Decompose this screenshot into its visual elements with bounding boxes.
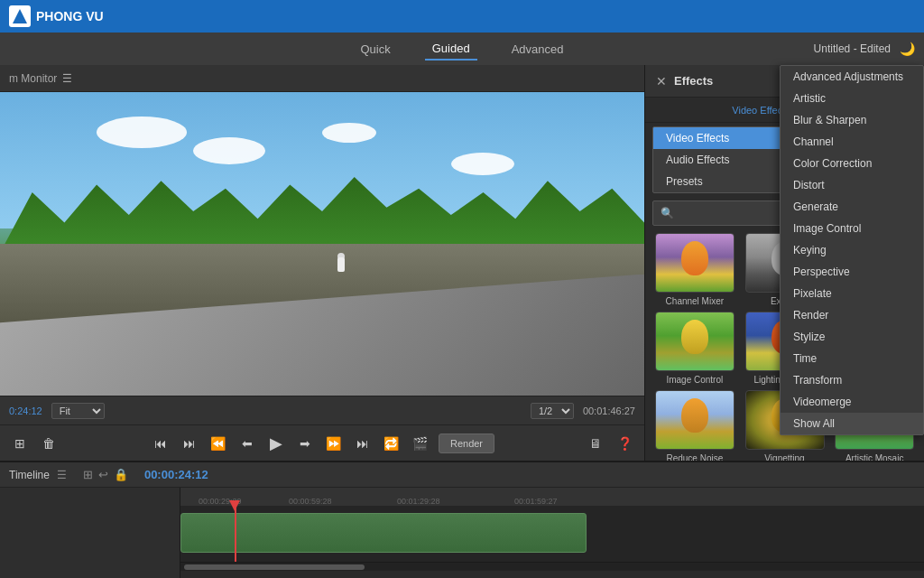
- ruler-tick: 00:01:59:27: [514, 497, 558, 506]
- menu-distort[interactable]: Distort: [781, 174, 923, 196]
- tab-advanced[interactable]: Advanced: [504, 39, 571, 60]
- timeline-header: Timeline ☰ ⊞ ↩ 🔒 00:00:24:12: [0, 462, 924, 488]
- timeline-clip[interactable]: [180, 513, 587, 553]
- effect-label: Image Control: [666, 375, 723, 385]
- timeline-tool-1[interactable]: ⊞: [83, 468, 93, 481]
- effect-channel-mixer[interactable]: Channel Mixer: [652, 233, 737, 306]
- menu-image-control[interactable]: Image Control: [781, 218, 923, 239]
- tab-quick[interactable]: Quick: [354, 39, 398, 60]
- timeline-area: Timeline ☰ ⊞ ↩ 🔒 00:00:24:12 00:00:29:29…: [0, 461, 924, 578]
- render-button[interactable]: Render: [439, 434, 494, 453]
- add-marker-button[interactable]: ⊞: [9, 433, 31, 454]
- timeline-scrollbar[interactable]: [180, 562, 924, 571]
- menu-generate[interactable]: Generate: [781, 196, 923, 218]
- menu-artistic[interactable]: Artistic: [781, 88, 923, 109]
- menu-render[interactable]: Render: [781, 304, 923, 326]
- current-time: 0:24:12: [9, 406, 42, 416]
- effects-title: Effects: [674, 74, 713, 88]
- effect-label: Channel Mixer: [666, 296, 724, 306]
- tab-guided[interactable]: Guided: [425, 38, 477, 61]
- effect-label: Artistic Mosaic: [845, 453, 903, 461]
- app-name: PHONG VU: [36, 9, 104, 23]
- effect-reduce-noise[interactable]: Reduce Noise: [652, 390, 737, 461]
- menu-transform[interactable]: Transform: [781, 369, 923, 391]
- ruler-tick: 00:00:59:28: [289, 497, 332, 506]
- effect-label: Reduce Noise: [666, 453, 723, 461]
- cloud: [97, 117, 187, 148]
- menu-advanced-adjustments[interactable]: Advanced Adjustments: [781, 66, 923, 88]
- go-to-end-button[interactable]: ⏭: [352, 433, 374, 454]
- menu-blur-sharpen[interactable]: Blur & Sharpen: [781, 109, 923, 131]
- timeline-tools: ⊞ ↩ 🔒: [83, 468, 128, 481]
- delete-button[interactable]: 🗑: [38, 433, 60, 454]
- effects-close-button[interactable]: ✕: [656, 74, 667, 89]
- timeline-ruler: 00:00:29:29 00:00:59:28 00:01:29:28 00:0…: [180, 488, 924, 506]
- menu-videomerge[interactable]: Videomerge: [781, 391, 923, 413]
- balloon: [681, 320, 708, 354]
- context-menu: Advanced Adjustments Artistic Blur & Sha…: [780, 65, 924, 435]
- skater-figure: [335, 253, 348, 280]
- balloon: [681, 398, 708, 433]
- monitor-header: m Monitor ☰: [0, 65, 644, 92]
- top-bar: PHONG VU: [0, 0, 924, 33]
- video-frame: [0, 92, 644, 396]
- monitor-menu-icon[interactable]: ☰: [62, 72, 72, 85]
- timeline-current-time: 00:00:24:12: [144, 468, 208, 481]
- effect-label: Vignetting: [764, 453, 804, 461]
- step-back-button[interactable]: ⏭: [179, 433, 200, 454]
- timeline-ruler-area[interactable]: 00:00:29:29 00:00:59:28 00:01:29:28 00:0…: [180, 488, 924, 578]
- help-button[interactable]: ❓: [614, 433, 635, 454]
- clip-button[interactable]: 🎬: [410, 433, 431, 454]
- effect-thumb: [655, 312, 735, 371]
- menu-color-correction[interactable]: Color Correction: [781, 153, 923, 174]
- timeline-tool-3[interactable]: 🔒: [114, 468, 128, 481]
- forward-frame-button[interactable]: ➡: [294, 433, 316, 454]
- loop-button[interactable]: 🔁: [381, 433, 402, 454]
- monitor-controls: 0:24:12 Fit 25% 50% 100% 1/2 1/4 Full 00…: [0, 396, 644, 424]
- balloon: [681, 241, 708, 275]
- skater-body: [337, 257, 345, 272]
- left-playback-controls: ⊞ 🗑: [9, 433, 60, 454]
- project-title: Untitled - Edited: [814, 42, 891, 55]
- effect-thumb: [655, 390, 735, 450]
- menu-channel[interactable]: Channel: [781, 131, 923, 153]
- timeline-content: 00:00:29:29 00:00:59:28 00:01:29:28 00:0…: [0, 488, 924, 578]
- back-frame-button[interactable]: ⬅: [236, 433, 258, 454]
- menu-pixelate[interactable]: Pixelate: [781, 283, 923, 304]
- monitor-title: m Monitor: [9, 72, 57, 85]
- effect-thumb: [655, 233, 735, 293]
- menu-keying[interactable]: Keying: [781, 239, 923, 261]
- moon-icon[interactable]: 🌙: [900, 42, 915, 56]
- menu-show-all[interactable]: Show All: [781, 413, 923, 434]
- fast-forward-button[interactable]: ⏩: [323, 433, 345, 454]
- quality-select[interactable]: 1/2 1/4 Full: [531, 403, 574, 419]
- monitor-output-button[interactable]: 🖥: [585, 433, 606, 454]
- cloud: [322, 123, 376, 143]
- menu-time[interactable]: Time: [781, 348, 923, 369]
- go-to-start-button[interactable]: ⏮: [150, 433, 171, 454]
- timeline-menu-icon[interactable]: ☰: [57, 469, 67, 481]
- menu-perspective[interactable]: Perspective: [781, 261, 923, 283]
- video-area: [0, 92, 644, 396]
- ruler-tick: 00:01:29:28: [397, 497, 440, 506]
- playhead-marker: [229, 500, 240, 511]
- playback-bar: ⊞ 🗑 ⏮ ⏭ ⏪ ⬅ ▶ ➡ ⏩ ⏭ 🔁 🎬 Render 🖥 ❓: [0, 424, 644, 461]
- nav-right: Untitled - Edited 🌙: [814, 42, 915, 56]
- search-icon: 🔍: [661, 207, 674, 219]
- play-button[interactable]: ▶: [265, 433, 287, 454]
- timeline-playhead[interactable]: [235, 506, 236, 562]
- timeline-track-labels: [0, 488, 180, 578]
- fit-select[interactable]: Fit 25% 50% 100%: [51, 403, 105, 419]
- logo-icon: [9, 5, 31, 27]
- total-time: 00:01:46:27: [583, 406, 635, 416]
- cloud: [451, 153, 514, 175]
- effect-image-control[interactable]: Image Control: [652, 312, 737, 385]
- timeline-tool-2[interactable]: ↩: [98, 468, 108, 481]
- timeline-track: [180, 506, 924, 562]
- svg-point-1: [17, 14, 23, 19]
- timeline-title: Timeline: [9, 469, 50, 481]
- rewind-button[interactable]: ⏪: [208, 433, 229, 454]
- monitor-panel: m Monitor ☰: [0, 65, 644, 461]
- menu-stylize[interactable]: Stylize: [781, 326, 923, 348]
- nav-bar: Quick Guided Advanced Untitled - Edited …: [0, 33, 924, 65]
